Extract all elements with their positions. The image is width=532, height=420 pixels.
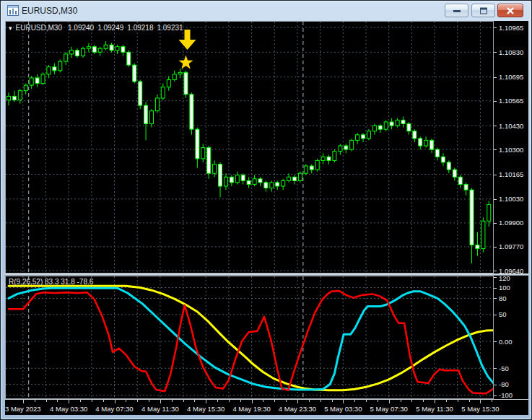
- price-label: 1.10565: [499, 97, 523, 105]
- indicator-line-fast-red[interactable]: [9, 291, 493, 393]
- time-label: 3 May 2023: [5, 405, 41, 413]
- candle: [362, 133, 365, 142]
- candle: [419, 136, 422, 149]
- candle: [92, 45, 96, 54]
- panel-separator[interactable]: [5, 274, 528, 276]
- time-label: 4 May 07:30: [95, 405, 133, 413]
- close-button[interactable]: [497, 4, 523, 17]
- time-tick: [286, 400, 287, 402]
- time-tick: [46, 400, 47, 402]
- candle: [350, 139, 354, 152]
- candle: [201, 144, 205, 162]
- star-annotation[interactable]: [179, 56, 193, 69]
- candle: [87, 43, 90, 53]
- chart-dropdown-icon[interactable]: ▾: [9, 25, 12, 32]
- candle: [82, 47, 85, 58]
- candle: [298, 172, 302, 183]
- candle: [184, 71, 188, 98]
- candle: [447, 160, 450, 173]
- candle: [235, 172, 239, 185]
- time-label: 4 May 03:30: [50, 405, 87, 413]
- time-tick: [103, 400, 104, 402]
- time-tick: [492, 400, 492, 402]
- minimize-button[interactable]: [445, 4, 468, 17]
- candle: [327, 155, 331, 165]
- main-chart-plot[interactable]: [6, 22, 493, 273]
- candle: [219, 162, 222, 197]
- candle: [41, 72, 45, 85]
- time-tick: [423, 400, 424, 402]
- restore-icon: [480, 7, 487, 14]
- candle: [196, 128, 199, 168]
- indicator-plot[interactable]: [6, 276, 493, 398]
- time-axis[interactable]: 3 May 20234 May 03:304 May 07:304 May 11…: [5, 399, 528, 415]
- time-tick: [69, 400, 69, 403]
- candle: [121, 45, 125, 56]
- axis-tick: [494, 298, 497, 299]
- axis-tick: [494, 223, 497, 224]
- chart-icon: [7, 5, 19, 16]
- main-chart-panel[interactable]: ▾EURUSD,M301.092401.092491.092181.09231: [5, 21, 494, 274]
- axis-tick: [494, 368, 497, 369]
- candle: [241, 173, 245, 184]
- time-label: 4 May 19:30: [232, 405, 270, 413]
- price-axis[interactable]: 1.109651.108301.106951.105651.104301.103…: [494, 21, 528, 415]
- time-tick: [92, 400, 92, 402]
- candle: [98, 47, 102, 56]
- candle: [12, 91, 16, 102]
- candle: [258, 177, 262, 186]
- time-tick: [160, 400, 161, 403]
- candle: [407, 122, 411, 135]
- candle: [344, 144, 348, 154]
- price-label: 1.10965: [499, 24, 523, 32]
- time-tick: [309, 400, 310, 402]
- indicator-header: R(9,26,52) 83.3 31.8 -78.6: [9, 278, 93, 286]
- axis-tick: [494, 77, 497, 78]
- candle: [321, 153, 325, 164]
- axis-tick: [494, 288, 497, 289]
- candle: [127, 51, 131, 67]
- candle: [190, 92, 193, 135]
- candle: [458, 175, 462, 188]
- indicator-panel[interactable]: R(9,26,52) 83.3 31.8 -78.6: [5, 276, 494, 399]
- sell-arrow-annotation[interactable]: [179, 30, 196, 50]
- axis-tick: [494, 101, 497, 102]
- axis-tick: [494, 52, 497, 53]
- candle: [384, 120, 388, 131]
- axis-tick: [494, 247, 497, 248]
- time-tick: [194, 400, 195, 402]
- price-label: 1.09770: [499, 242, 523, 250]
- indicator-scale-label: -50: [499, 364, 509, 372]
- time-tick: [217, 400, 218, 402]
- title-bar[interactable]: EURUSD,M30: [1, 1, 531, 21]
- candle: [115, 45, 119, 54]
- axis-tick: [494, 175, 497, 175]
- candle: [173, 71, 176, 82]
- candles-layer: [7, 41, 491, 263]
- window-title: EURUSD,M30: [22, 6, 77, 16]
- restore-button[interactable]: [471, 4, 495, 17]
- candle: [104, 41, 108, 51]
- time-tick: [35, 400, 35, 402]
- candle: [150, 109, 154, 127]
- time-tick: [480, 400, 481, 403]
- candle: [230, 175, 233, 186]
- time-tick: [446, 400, 447, 402]
- time-tick: [240, 400, 241, 402]
- candle: [481, 217, 485, 252]
- time-tick: [172, 400, 173, 402]
- price-label: 1.10430: [499, 122, 523, 130]
- indicator-line-medium-cyan[interactable]: [9, 288, 493, 390]
- indicator-scale-label: -100: [499, 391, 513, 399]
- indicator-scale-label: 50: [499, 310, 507, 318]
- candle: [139, 80, 142, 110]
- candle: [24, 84, 27, 95]
- candle: [310, 165, 313, 174]
- indicator-line-slow-yellow[interactable]: [9, 286, 493, 390]
- time-tick: [229, 400, 230, 402]
- symbol-label: EURUSD,M30: [16, 24, 62, 32]
- chart-header: ▾EURUSD,M301.092401.092491.092181.09231: [9, 24, 187, 32]
- chart-window: EURUSD,M30 ▾EURUSD,M301.092401.092491.09…: [0, 0, 532, 420]
- time-tick: [263, 400, 263, 402]
- axis-tick: [494, 385, 497, 385]
